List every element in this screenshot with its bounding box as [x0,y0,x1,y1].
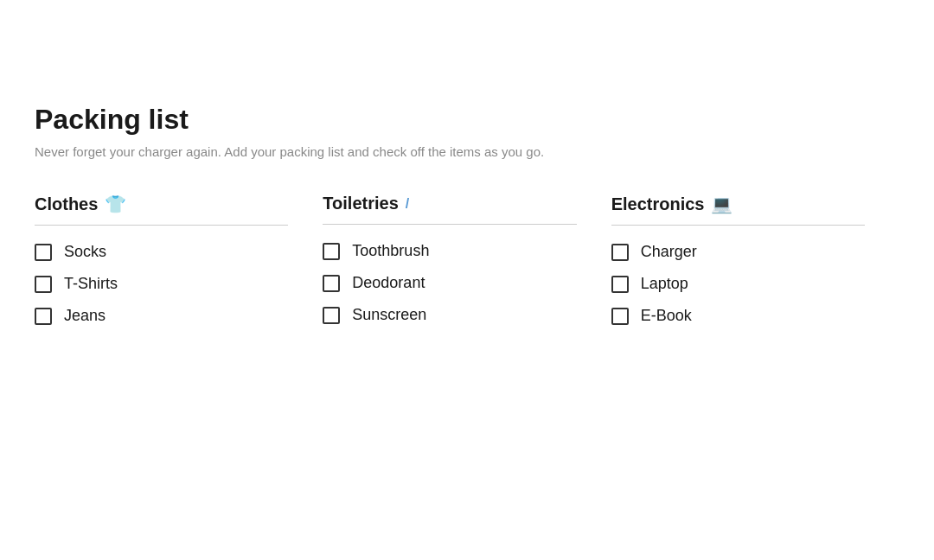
ebook-checkbox[interactable] [611,308,629,325]
list-item: Laptop [611,275,865,293]
jeans-checkbox[interactable] [35,308,52,325]
charger-label: Charger [641,243,697,261]
electronics-column: Electronics 💻 Charger Laptop E-Book [611,194,899,339]
sunscreen-checkbox[interactable] [323,307,340,324]
electronics-label: Electronics [611,194,705,214]
socks-checkbox[interactable] [35,244,52,261]
clothes-icon: 👕 [105,194,126,214]
list-item: Charger [611,243,865,261]
clothes-divider [35,225,288,226]
toothbrush-label: Toothbrush [352,242,429,260]
toiletries-divider [323,224,576,225]
page-container: Packing list Never forget your charger a… [17,104,917,339]
electronics-divider [611,225,865,226]
electronics-icon: 💻 [711,194,732,214]
toiletries-column-header: Toiletries / [323,194,576,213]
tshirts-checkbox[interactable] [35,276,52,293]
charger-checkbox[interactable] [611,244,629,261]
columns-container: Clothes 👕 Socks T-Shirts Jeans Toiletrie… [35,194,899,339]
edit-icon[interactable]: / [406,196,409,212]
clothes-column-header: Clothes 👕 [35,194,288,214]
electronics-column-header: Electronics 💻 [611,194,865,214]
toiletries-label: Toiletries [323,194,398,213]
socks-label: Socks [64,243,106,261]
clothes-label: Clothes [35,194,98,214]
list-item: Deodorant [323,274,576,292]
deodorant-label: Deodorant [352,274,425,292]
laptop-label: Laptop [641,275,688,293]
list-item: Socks [35,243,288,261]
page-subtitle: Never forget your charger again. Add you… [35,144,899,159]
toothbrush-checkbox[interactable] [323,243,340,260]
sunscreen-label: Sunscreen [352,306,426,324]
list-item: Toothbrush [323,242,576,260]
list-item: Jeans [35,307,288,325]
page-title: Packing list [35,104,899,136]
jeans-label: Jeans [64,307,106,325]
tshirts-label: T-Shirts [64,275,118,293]
deodorant-checkbox[interactable] [323,275,340,292]
laptop-checkbox[interactable] [611,276,629,293]
list-item: E-Book [611,307,865,325]
ebook-label: E-Book [641,307,692,325]
toiletries-column: Toiletries / Toothbrush Deodorant Sunscr… [323,194,611,339]
list-item: Sunscreen [323,306,576,324]
list-item: T-Shirts [35,275,288,293]
clothes-column: Clothes 👕 Socks T-Shirts Jeans [35,194,323,339]
